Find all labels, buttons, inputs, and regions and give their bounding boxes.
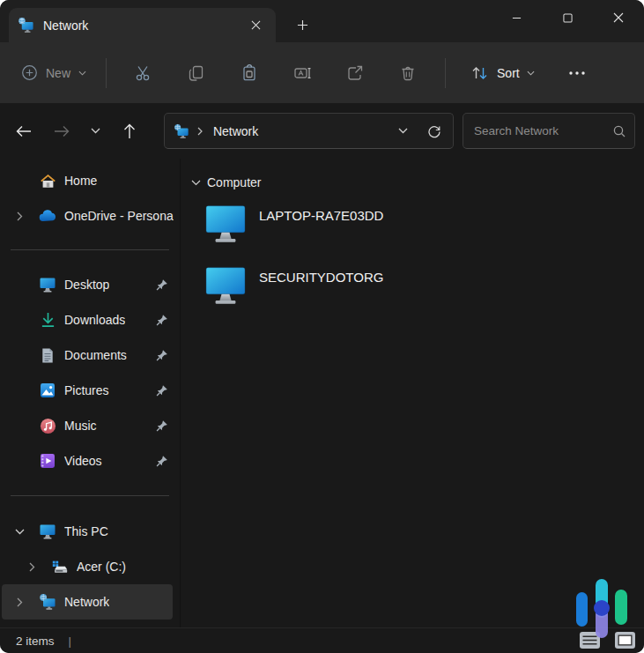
pin-icon[interactable] — [155, 278, 168, 292]
sidebar-divider — [11, 495, 169, 496]
sidebar-item-videos[interactable]: Videos — [0, 443, 180, 479]
item-count: 2 items — [16, 634, 55, 648]
sidebar-item-label: Network — [64, 595, 109, 609]
see-more-button[interactable] — [559, 56, 595, 91]
pin-icon[interactable] — [155, 349, 168, 362]
breadcrumb-network[interactable]: Network — [208, 121, 263, 142]
new-tab-button[interactable] — [289, 13, 315, 37]
sidebar-item-downloads[interactable]: Downloads — [0, 302, 180, 338]
sidebar-divider — [11, 249, 169, 250]
sort-button-label: Sort — [497, 66, 520, 80]
sidebar-item-documents[interactable]: Documents — [0, 338, 180, 373]
cut-button[interactable] — [124, 56, 163, 91]
tab-close-icon[interactable] — [244, 14, 267, 37]
sidebar-item-label: Pictures — [64, 383, 109, 397]
sidebar-item-network[interactable]: Network — [2, 584, 173, 620]
chevron-down-icon — [191, 180, 201, 186]
refresh-button[interactable] — [421, 118, 448, 145]
search-box[interactable] — [463, 113, 635, 149]
expand-chevron-icon[interactable] — [25, 562, 39, 572]
this-pc-icon — [39, 523, 56, 540]
arrow-left-icon — [16, 125, 32, 137]
breadcrumb-label: Network — [213, 124, 258, 138]
title-bar[interactable]: Network — [0, 0, 644, 42]
navigation-bar: Network — [0, 103, 644, 159]
sidebar-item-music[interactable]: Music — [0, 408, 180, 443]
pin-icon[interactable] — [155, 314, 168, 327]
status-bar: 2 items | — [0, 627, 644, 653]
recent-locations-button[interactable] — [80, 115, 110, 147]
sidebar-item-home[interactable]: Home — [0, 163, 180, 198]
forward-button[interactable] — [46, 115, 76, 147]
tab-label: Network — [43, 19, 244, 33]
large-icons-view-icon — [614, 631, 636, 649]
expand-chevron-icon[interactable] — [12, 211, 26, 221]
computer-monitor-icon — [203, 263, 248, 308]
address-bar[interactable]: Network — [164, 113, 454, 149]
download-arrow-icon — [39, 311, 56, 329]
close-button[interactable] — [593, 0, 644, 35]
scissors-icon — [135, 64, 152, 82]
status-separator: | — [69, 634, 71, 648]
pictures-icon — [39, 382, 56, 399]
network-computer-item-1[interactable]: LAPTOP-RA7E03DD — [203, 201, 467, 247]
up-button[interactable] — [114, 115, 144, 147]
arrow-right-icon — [54, 125, 70, 137]
file-explorer-window: Network New — [0, 0, 644, 653]
sidebar-item-pictures[interactable]: Pictures — [0, 373, 180, 408]
command-bar: New — [0, 42, 644, 103]
collapse-chevron-icon[interactable] — [12, 529, 26, 535]
search-icon — [613, 125, 625, 137]
back-button[interactable] — [9, 115, 39, 147]
sort-arrows-icon — [470, 64, 490, 82]
sidebar-item-label: Desktop — [64, 278, 109, 292]
sidebar-item-onedrive[interactable]: OneDrive - Persona — [0, 198, 180, 234]
expand-chevron-icon[interactable] — [12, 597, 26, 607]
chevron-down-icon — [78, 70, 86, 76]
computer-monitor-icon — [203, 201, 248, 247]
computer-name: LAPTOP-RA7E03DD — [259, 208, 383, 223]
sidebar-item-label: Music — [64, 419, 97, 433]
minimize-button[interactable] — [491, 0, 542, 35]
chevron-down-icon — [398, 128, 408, 134]
group-header-computer[interactable]: Computer — [187, 174, 644, 191]
sidebar-item-label: Downloads — [64, 313, 125, 327]
sort-button[interactable]: Sort — [462, 57, 544, 89]
document-icon — [39, 346, 56, 364]
copy-button[interactable] — [177, 56, 216, 91]
new-button[interactable]: New — [12, 57, 95, 88]
address-dropdown-button[interactable] — [389, 118, 416, 145]
sidebar-item-this-pc[interactable]: This PC — [0, 514, 180, 549]
maximize-button[interactable] — [542, 0, 593, 35]
network-computer-item-2[interactable]: SECURITYDOTORG — [203, 263, 467, 308]
sidebar-item-desktop[interactable]: Desktop — [0, 267, 180, 302]
sidebar-item-drive-c[interactable]: Acer (C:) — [0, 549, 180, 584]
large-icons-view-button[interactable] — [612, 630, 638, 650]
pin-icon[interactable] — [155, 455, 168, 468]
share-button[interactable] — [336, 56, 374, 91]
rename-icon — [293, 64, 312, 82]
computer-name: SECURITYDOTORG — [259, 270, 383, 285]
rename-button[interactable] — [283, 56, 322, 91]
chevron-down-icon — [527, 70, 535, 76]
videos-icon — [39, 452, 56, 470]
pin-icon[interactable] — [155, 384, 168, 397]
group-label: Computer — [207, 175, 261, 189]
home-icon — [39, 172, 56, 189]
sidebar-item-label: Documents — [64, 348, 127, 362]
search-input[interactable] — [474, 124, 613, 137]
share-icon — [346, 64, 364, 82]
ellipsis-icon — [569, 71, 585, 75]
network-icon — [39, 593, 56, 611]
paste-button[interactable] — [230, 56, 269, 91]
delete-button[interactable] — [389, 56, 427, 91]
sidebar-item-label: Videos — [64, 454, 102, 468]
pin-icon[interactable] — [155, 419, 168, 433]
sidebar-item-label: This PC — [64, 524, 108, 538]
plus-circle-icon — [21, 64, 38, 81]
sidebar: Home OneDrive - Persona — [0, 159, 181, 627]
file-list-area: Computer LAPTOP-RA7E03DD — [181, 159, 644, 627]
details-view-button[interactable] — [577, 630, 603, 650]
tab-network[interactable]: Network — [9, 8, 276, 42]
details-view-icon — [579, 631, 601, 649]
